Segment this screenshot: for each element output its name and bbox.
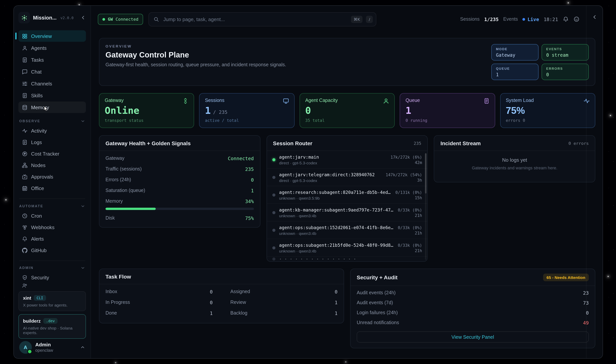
stat-gateway[interactable]: Gateway Online transport status — [99, 93, 194, 128]
stat-value: 1 — [205, 106, 211, 115]
app-logo[interactable] — [18, 12, 30, 23]
session-row[interactable]: agent:kb-manager:subagent:9aed797e-723f-… — [267, 204, 427, 221]
sidebar-item-tasks[interactable]: Tasks — [18, 54, 86, 65]
token-usage: 17k/272k (6%) — [390, 155, 422, 159]
stat-title: Agent Capacity — [305, 98, 389, 103]
sidebar-item-activity[interactable]: Activity — [18, 125, 86, 136]
sidebar-item-cost-tracker[interactable]: Cost Tracker — [18, 148, 86, 159]
bell-icon — [22, 236, 27, 242]
panel-collapse-button[interactable] — [592, 14, 597, 22]
session-row[interactable]: agent:jarv:main direct · gpt-5.3-codex 1… — [267, 151, 427, 169]
chip-events: EVENTS 0 stream — [542, 44, 589, 61]
error-count: 0 errors — [568, 141, 589, 146]
sidebar-item-agents[interactable]: Agents — [18, 42, 86, 54]
promo-card-builderz[interactable]: builderz .dev AI-native dev shop · Solan… — [18, 314, 86, 339]
sidebar-item-label: Channels — [31, 81, 52, 86]
search-input[interactable] — [163, 16, 347, 22]
online-status-dot — [27, 349, 32, 354]
promo-card-xint[interactable]: xint CLI X power tools for agents. — [18, 291, 86, 311]
stat-title: Gateway — [105, 98, 189, 103]
search-icon — [153, 16, 159, 22]
session-row[interactable]: agent:research:subagent:820a711e-db5b-4e… — [267, 186, 427, 204]
sidebar-item-channels[interactable]: Channels — [18, 78, 86, 89]
global-search[interactable]: ⌘K / — [149, 12, 376, 26]
task-flow-row: Backlog 1 — [230, 308, 338, 318]
stat-value: 0 — [305, 106, 311, 115]
stat-subtitle: 0 running — [405, 118, 489, 123]
stat-system-load[interactable]: System Load 75% errors 0 — [500, 93, 595, 128]
breadcrumb: OVERVIEW — [106, 44, 286, 48]
sidebar-item-partial[interactable] — [18, 284, 86, 288]
card-title: builderz — [23, 318, 41, 324]
session-age: 21h — [398, 248, 422, 253]
sidebar-item-label: Alerts — [31, 236, 44, 242]
scrollbar[interactable] — [425, 153, 427, 260]
security-row: Audit events (7d) 73 — [357, 298, 589, 308]
section-admin[interactable]: ADMIN — [19, 266, 85, 270]
sidebar-item-label: Cost Tracker — [31, 151, 59, 157]
sidebar-collapse-button[interactable] — [81, 15, 86, 20]
view-security-panel-button[interactable]: View Security Panel — [357, 331, 589, 343]
scrollbar-thumb[interactable] — [425, 153, 427, 194]
memory-progress-bar — [106, 208, 254, 210]
sidebar-item-alerts[interactable]: Alerts — [18, 233, 86, 244]
session-row[interactable]: agent:jarv:telegram:direct:328940762 dir… — [267, 169, 427, 186]
sidebar-item-webhooks[interactable]: Webhooks — [18, 222, 86, 233]
avatar-initial: A — [24, 344, 27, 350]
page-content[interactable]: OVERVIEW Gateway Control Plane Gateway-f… — [91, 33, 602, 359]
row-label: Inbox — [106, 289, 117, 294]
help-button[interactable] — [574, 16, 580, 22]
stat-queue[interactable]: Queue 1 0 running — [400, 93, 495, 128]
app-title: Mission... — [33, 15, 56, 21]
sidebar-item-security[interactable]: Security — [18, 272, 86, 283]
session-row[interactable]: agent:ops:subagent:152d2061-e074-41fb-8e… — [267, 221, 427, 239]
sidebar-item-chat[interactable]: Chat — [18, 66, 86, 78]
row-value: 0 — [210, 299, 213, 305]
session-name: agent:jarv:telegram:direct:328940762 — [279, 172, 382, 177]
gateway-code: GW — [108, 17, 113, 22]
row-label: Unread notifications — [357, 320, 399, 325]
row-value: Connected — [228, 155, 254, 161]
shield-check-icon — [22, 275, 27, 281]
sidebar-item-overview[interactable]: Overview — [18, 30, 86, 42]
user-menu[interactable]: A Admin openclaw — [18, 339, 86, 354]
stat-agent-capacity[interactable]: Agent Capacity 0 35 total — [300, 93, 395, 128]
row-value: 1 — [251, 188, 254, 193]
page-subtitle: Gateway-first health, session routing, q… — [106, 62, 286, 67]
panel-title: Security + Audit — [357, 274, 397, 280]
sidebar-item-cron[interactable]: Cron — [18, 210, 86, 221]
session-age: 21h — [398, 213, 422, 217]
gateway-status-pill[interactable]: GW Connected — [98, 13, 143, 25]
shortcut-cmd-k: ⌘K — [351, 15, 363, 23]
row-label: Errors (24h) — [106, 177, 131, 182]
sidebar-item-label: GitHub — [31, 247, 47, 253]
notifications-button[interactable] — [563, 16, 569, 22]
incident-stream-panel: Incident Stream 0 errors No logs yet Gat… — [434, 135, 595, 182]
idle-session-dot — [272, 229, 275, 232]
sidebar-item-skills[interactable]: Skills — [18, 90, 86, 101]
row-label: Login failures (24h) — [357, 310, 398, 315]
chevron-down-icon — [81, 204, 85, 208]
section-observe[interactable]: OBSERVE — [19, 119, 85, 123]
network-icon — [22, 162, 27, 168]
sidebar-item-nodes[interactable]: Nodes — [18, 160, 86, 171]
session-age: 42m — [390, 160, 422, 165]
sidebar-item-office[interactable]: Office — [18, 183, 86, 194]
sidebar-item-label: Office — [31, 185, 44, 191]
session-row[interactable]: agent:ops:subagent:21b5fd0e-524b-48f0-99… — [267, 239, 427, 257]
chip-value: 0 — [546, 72, 584, 78]
section-automate[interactable]: AUTOMATE — [19, 204, 85, 208]
sidebar-item-github[interactable]: GitHub — [18, 245, 86, 256]
task-flow-row: Review 1 — [230, 297, 338, 308]
health-row: Gateway Connected — [106, 153, 254, 164]
row-label: Done — [106, 310, 117, 316]
stat-value: 1 — [405, 106, 411, 115]
star — [5, 199, 7, 200]
sidebar-item-approvals[interactable]: Approvals — [18, 171, 86, 182]
sidebar-item-label: Skills — [31, 92, 43, 98]
sidebar-item-memory[interactable]: Memory — [18, 102, 86, 113]
row-label: Gateway — [106, 156, 124, 161]
stat-sessions[interactable]: Sessions 1/ 235 active / total — [199, 93, 295, 128]
sidebar-item-logs[interactable]: Logs — [18, 137, 86, 148]
user-icon — [22, 45, 27, 51]
